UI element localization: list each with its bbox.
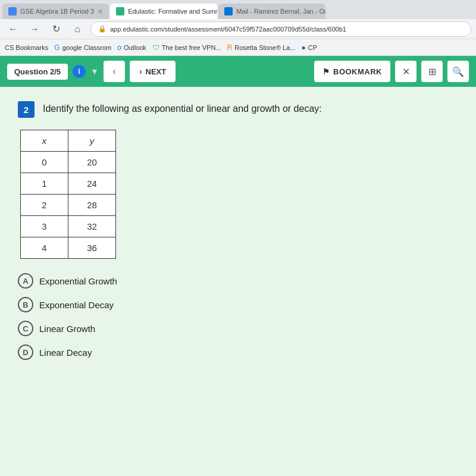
table-cell-y2: 28 xyxy=(68,195,116,216)
search-button[interactable]: 🔍 xyxy=(447,61,469,82)
bookmark-label: BOOKMARK xyxy=(333,67,382,76)
table-row: 1 24 xyxy=(21,173,116,195)
option-key-b: B xyxy=(23,300,28,309)
bookmark-vpn-label: The best free VPN... xyxy=(162,44,221,51)
vpn-icon: 🛡 xyxy=(152,43,159,52)
table-header-y: y xyxy=(68,130,116,152)
table-header-x: x xyxy=(21,130,68,152)
table-cell-x4: 4 xyxy=(21,237,68,259)
option-label-a: Exponential Growth xyxy=(39,276,117,286)
data-table: x y 0 20 1 24 2 28 3 32 4 36 xyxy=(20,130,116,259)
tab-gse[interactable]: GSE Algebra 1B Period 3 ✕ xyxy=(2,4,109,19)
table-cell-y4: 36 xyxy=(68,237,116,259)
option-circle-a: A xyxy=(18,273,33,289)
tab-label-gse: GSE Algebra 1B Period 3 xyxy=(20,8,94,15)
option-circle-d: D xyxy=(18,345,33,360)
grid-icon: ⊞ xyxy=(428,66,436,77)
option-circle-c: C xyxy=(18,321,33,336)
question-indicator-text: Question 2/5 xyxy=(14,67,61,76)
table-cell-y3: 32 xyxy=(68,216,116,237)
rosetta-icon: R xyxy=(227,43,233,52)
option-label-d: Linear Decay xyxy=(39,347,92,358)
answer-option-c[interactable]: C Linear Growth xyxy=(18,321,458,336)
bookmark-cp-label: CP xyxy=(308,44,317,51)
option-label-c: Linear Growth xyxy=(39,324,95,334)
bookmark-flag-icon: ⚑ xyxy=(322,67,330,76)
tab-label-mail: Mail - Ramirez Bernal, Jan - Out... xyxy=(236,8,325,15)
prev-button[interactable]: ‹ xyxy=(104,61,125,82)
table-cell-x3: 3 xyxy=(21,216,68,237)
address-box[interactable]: 🔒 app.edulastic.com/student/assessment/6… xyxy=(90,21,471,37)
tab-mail[interactable]: Mail - Ramirez Bernal, Jan - Out... ✕ xyxy=(218,4,325,19)
tab-edulastic[interactable]: Edulastic: Formative and Summ... ✕ xyxy=(110,4,217,19)
table-row: 2 28 xyxy=(21,195,116,216)
answer-option-b[interactable]: B Exponential Decay xyxy=(18,297,458,312)
answer-choices: A Exponential Growth B Exponential Decay… xyxy=(18,273,458,360)
question-number: 2 xyxy=(24,105,29,115)
table-cell-y0: 20 xyxy=(68,152,116,173)
close-button[interactable]: ✕ xyxy=(395,61,416,82)
option-circle-b: B xyxy=(18,297,33,312)
next-button[interactable]: › NEXT xyxy=(130,61,176,82)
bookmark-google-label: google Classrom xyxy=(62,44,112,51)
info-icon: i xyxy=(78,67,80,76)
bookmark-rosetta-label: Rosetta Stone® La... xyxy=(234,44,295,51)
bookmarks-bar: CS Bookmarks G google Classrom o Outlook… xyxy=(0,39,476,56)
bookmark-outlook[interactable]: o Outlook xyxy=(117,43,146,52)
table-cell-x2: 2 xyxy=(21,195,68,216)
home-button[interactable]: ⌂ xyxy=(69,21,86,37)
google-icon: G xyxy=(54,43,60,52)
outlook-icon: o xyxy=(117,43,121,52)
next-arrow-icon: › xyxy=(139,67,142,76)
option-label-b: Exponential Decay xyxy=(39,300,114,310)
forward-button[interactable]: → xyxy=(26,21,43,37)
bookmark-cs[interactable]: CS Bookmarks xyxy=(5,44,48,51)
table-row: 4 36 xyxy=(21,237,116,259)
address-bar-row: ← → ↻ ⌂ 🔒 app.edulastic.com/student/asse… xyxy=(0,19,476,39)
question-indicator: Question 2/5 xyxy=(7,64,68,80)
tab-favicon-gse xyxy=(8,7,17,15)
option-key-c: C xyxy=(23,324,28,333)
address-text: app.edulastic.com/student/assessment/604… xyxy=(110,26,346,33)
table-cell-x0: 0 xyxy=(21,152,68,173)
close-icon: ✕ xyxy=(402,66,410,77)
chevron-down-icon: ▼ xyxy=(90,67,99,76)
prev-icon: ‹ xyxy=(112,66,115,77)
bookmark-button[interactable]: ⚑ BOOKMARK xyxy=(314,61,391,82)
tab-label-edulastic: Edulastic: Formative and Summ... xyxy=(128,8,217,15)
reload-button[interactable]: ↻ xyxy=(48,21,64,37)
question-text: Identify the following as exponential or… xyxy=(43,101,322,115)
main-content: 2 Identify the following as exponential … xyxy=(0,87,476,476)
bookmark-cp[interactable]: ● CP xyxy=(301,43,317,52)
option-key-a: A xyxy=(23,277,28,286)
grid-button[interactable]: ⊞ xyxy=(421,61,443,82)
tab-favicon-mail xyxy=(224,7,233,15)
answer-option-a[interactable]: A Exponential Growth xyxy=(18,273,458,289)
bookmark-google[interactable]: G google Classrom xyxy=(54,43,111,52)
table-cell-y1: 24 xyxy=(68,173,116,195)
tab-favicon-edulastic xyxy=(116,7,124,15)
browser-tabs: GSE Algebra 1B Period 3 ✕ Edulastic: For… xyxy=(0,0,476,19)
table-row: 3 32 xyxy=(21,216,116,237)
next-label: NEXT xyxy=(146,67,167,76)
bookmark-rosetta[interactable]: R Rosetta Stone® La... xyxy=(227,43,296,52)
question-header: 2 Identify the following as exponential … xyxy=(18,101,458,118)
table-row: 0 20 xyxy=(21,152,116,173)
lock-icon: 🔒 xyxy=(98,25,107,33)
search-icon: 🔍 xyxy=(452,66,464,77)
tab-close-gse[interactable]: ✕ xyxy=(98,8,103,15)
answer-option-d[interactable]: D Linear Decay xyxy=(18,345,458,360)
info-button[interactable]: i xyxy=(73,65,86,78)
table-cell-x1: 1 xyxy=(21,173,68,195)
bookmark-cs-label: CS Bookmarks xyxy=(5,44,48,51)
bookmark-vpn[interactable]: 🛡 The best free VPN... xyxy=(152,43,221,52)
option-key-d: D xyxy=(23,348,28,357)
question-number-badge: 2 xyxy=(18,101,35,118)
edu-toolbar: Question 2/5 i ▼ ‹ › NEXT ⚑ BOOKMARK ✕ ⊞… xyxy=(0,56,476,87)
back-button[interactable]: ← xyxy=(5,21,21,37)
cp-icon: ● xyxy=(301,43,305,52)
bookmark-outlook-label: Outlook xyxy=(124,44,146,51)
